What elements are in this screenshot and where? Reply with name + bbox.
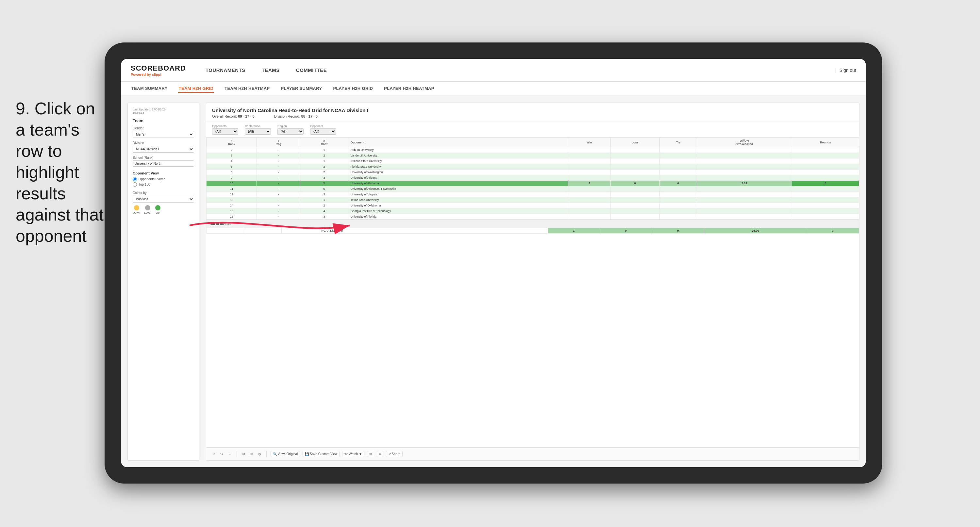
table-row[interactable]: 10-5University of Alabama3002.618 — [207, 181, 859, 186]
cell-diff — [697, 164, 792, 170]
cell-opponent: University of Arizona — [348, 175, 568, 181]
cell-win — [568, 147, 611, 153]
cell-reg: - — [257, 158, 300, 164]
toolbar-clock[interactable]: ◷ — [257, 452, 262, 457]
cell-diff — [697, 175, 792, 181]
nav-tournaments[interactable]: TOURNAMENTS — [205, 66, 245, 75]
opponent-select[interactable]: (All) — [310, 128, 336, 135]
left-panel: Last Updated: 27/03/2024 16:55:38 Team G… — [127, 103, 199, 461]
cell-reg: - — [257, 203, 300, 209]
cell-win — [568, 209, 611, 214]
tab-player-h2h-heatmap[interactable]: PLAYER H2H HEATMAP — [383, 84, 434, 93]
back-button[interactable]: ← — [227, 452, 233, 457]
radio-opponents-played[interactable]: Opponents Played — [133, 177, 194, 182]
table-row[interactable]: 3-2Vanderbilt University — [207, 153, 859, 158]
cell-win — [568, 153, 611, 158]
opponents-select[interactable]: (All) — [212, 128, 238, 135]
logo-area: SCOREBOARD Powered by clippi — [131, 64, 186, 76]
school-box[interactable]: University of Nort... — [133, 161, 194, 167]
cell-win — [568, 164, 611, 170]
gender-select[interactable]: Men's — [133, 131, 194, 138]
cell-tie — [659, 158, 697, 164]
sign-out-button[interactable]: Sign out — [835, 68, 856, 73]
cell-rounds — [792, 175, 859, 181]
cell-reg: - — [257, 197, 300, 203]
nav-committee[interactable]: COMMITTEE — [296, 66, 327, 75]
cell-conf: 3 — [300, 175, 348, 181]
colour-by-select[interactable]: Win/loss — [133, 196, 194, 202]
cell-win — [568, 203, 611, 209]
toolbar-settings[interactable]: ⚙ — [241, 452, 247, 457]
cell-conf: 4 — [300, 209, 348, 214]
grid-panel: University of North Carolina Head-to-Hea… — [206, 103, 859, 461]
cell-win: 3 — [568, 181, 611, 186]
cell-rank: 6 — [207, 164, 257, 170]
tab-player-summary[interactable]: PLAYER SUMMARY — [280, 84, 323, 93]
list-view-button[interactable]: ≡ — [377, 451, 383, 457]
radio-top-100[interactable]: Top 100 — [133, 182, 194, 186]
tab-team-h2h-heatmap[interactable]: TEAM H2H HEATMAP — [224, 84, 270, 93]
table-row[interactable]: 6-2Florida State University — [207, 164, 859, 170]
cell-win — [568, 175, 611, 181]
cell-tie — [659, 170, 697, 175]
cell-opponent: Florida State University — [348, 164, 568, 170]
cell-tie — [659, 175, 697, 181]
cell-loss — [611, 153, 659, 158]
cell-tie — [659, 147, 697, 153]
redo-button[interactable]: ↪ — [219, 452, 224, 457]
cell-tie — [659, 164, 697, 170]
cell-loss — [611, 170, 659, 175]
cell-loss — [611, 175, 659, 181]
table-row[interactable]: 12-3University of Virginia — [207, 192, 859, 197]
table-row[interactable]: 15-4Georgia Institute of Technology — [207, 209, 859, 214]
toolbar-format[interactable]: ⊞ — [249, 452, 254, 457]
conference-select[interactable]: (All) — [245, 128, 271, 135]
tablet-screen: SCOREBOARD Powered by clippi TOURNAMENTS… — [121, 59, 866, 467]
share-button[interactable]: ↗ Share — [386, 451, 402, 457]
table-row[interactable]: 16-3University of Florida — [207, 214, 859, 220]
view-original-button[interactable]: 🔍 View: Original — [270, 451, 300, 457]
cell-tie — [659, 197, 697, 203]
watch-button[interactable]: 👁 Watch ▼ — [342, 451, 364, 457]
cell-rank: 11 — [207, 186, 257, 192]
opponents-filter: Opponents: (All) — [212, 124, 238, 135]
save-custom-view-button[interactable]: 💾 Save Custom View — [302, 451, 339, 457]
table-row[interactable]: 8-2University of Washington — [207, 170, 859, 175]
cell-conf: 1 — [300, 197, 348, 203]
cell-rounds — [792, 186, 859, 192]
undo-button[interactable]: ↩ — [211, 452, 216, 457]
cell-diff — [697, 197, 792, 203]
grid-title: University of North Carolina Head-to-Hea… — [212, 107, 853, 113]
list-view-label: ≡ — [379, 452, 381, 456]
sub-nav: TEAM SUMMARY TEAM H2H GRID TEAM H2H HEAT… — [121, 82, 866, 96]
tab-team-h2h-grid[interactable]: TEAM H2H GRID — [178, 84, 214, 93]
watch-label: 👁 Watch ▼ — [344, 452, 362, 456]
nav-teams[interactable]: TEAMS — [262, 66, 280, 75]
instruction-text: 9. Click on a team's row to highlight re… — [16, 98, 104, 247]
division-select[interactable]: NCAA Division I — [133, 146, 194, 153]
col-win: Win — [568, 138, 611, 147]
cell-reg: - — [257, 147, 300, 153]
main-content: Last Updated: 27/03/2024 16:55:38 Team G… — [121, 96, 866, 467]
table-row[interactable]: 13-1Texas Tech University — [207, 197, 859, 203]
logo-scoreboard: SCOREBOARD — [131, 64, 186, 73]
table-row[interactable]: 4-1Arizona State University — [207, 158, 859, 164]
cell-loss — [611, 164, 659, 170]
tab-team-summary[interactable]: TEAM SUMMARY — [131, 84, 168, 93]
table-row[interactable]: 14-2University of Oklahoma — [207, 203, 859, 209]
grid-view-label: ⊞ — [369, 452, 372, 456]
grid-view-button[interactable]: ⊞ — [367, 451, 374, 457]
tab-player-h2h-grid[interactable]: PLAYER H2H GRID — [332, 84, 374, 93]
table-row[interactable]: 9-3University of Arizona — [207, 175, 859, 181]
cell-rank: 15 — [207, 209, 257, 214]
table-row[interactable]: 2-1Auburn University — [207, 147, 859, 153]
cell-diff: 2.61 — [697, 181, 792, 186]
region-select[interactable]: (All) — [277, 128, 304, 135]
cell-opponent: Arizona State University — [348, 158, 568, 164]
cell-tie — [659, 186, 697, 192]
top-nav: SCOREBOARD Powered by clippi TOURNAMENTS… — [121, 59, 866, 82]
table-row[interactable]: 11-6University of Arkansas, Fayetteville — [207, 186, 859, 192]
table-row[interactable]: NCAA Division II 1 0 0 26.00 3 — [207, 228, 859, 234]
tablet-frame: SCOREBOARD Powered by clippi TOURNAMENTS… — [105, 43, 882, 484]
cell-win — [568, 170, 611, 175]
